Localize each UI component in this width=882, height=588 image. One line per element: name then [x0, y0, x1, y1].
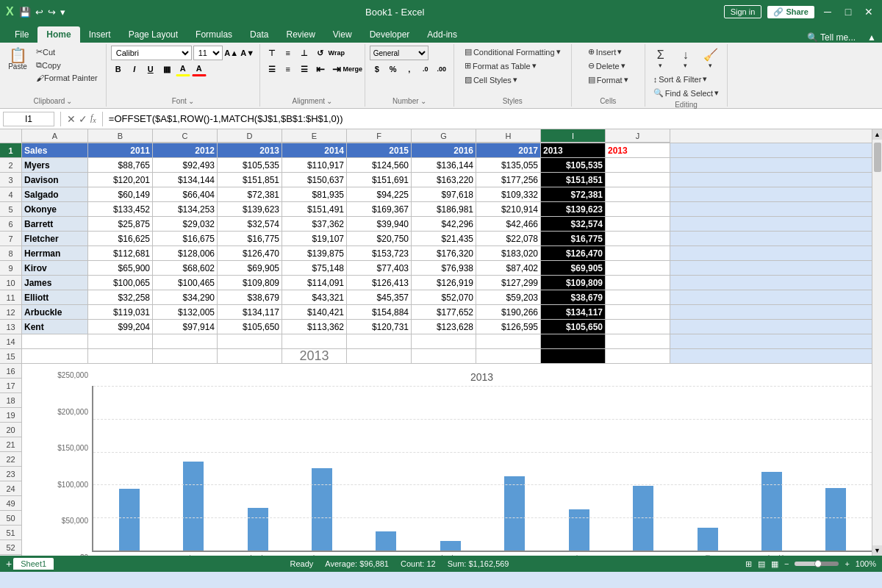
tab-insert[interactable]: Insert — [80, 26, 120, 43]
cell-d2[interactable]: $105,535 — [218, 158, 282, 172]
cell-a7[interactable]: Fletcher — [22, 232, 88, 245]
increase-decimal-button[interactable]: .00 — [434, 62, 449, 76]
cell-e9[interactable]: $75,148 — [282, 261, 347, 275]
cell-f8[interactable]: $153,723 — [347, 246, 412, 260]
minimize-button[interactable]: ─ — [820, 4, 835, 19]
scroll-down-button[interactable]: ▼ — [872, 545, 883, 556]
cell-j1[interactable]: 2013 — [606, 143, 670, 157]
decrease-font-button[interactable]: A▼ — [240, 46, 255, 60]
cell-g11[interactable]: $52,070 — [412, 290, 476, 304]
cell-g2[interactable]: $136,144 — [412, 158, 476, 172]
cell-a6[interactable]: Barrett — [22, 217, 88, 231]
cell-d13[interactable]: $105,650 — [218, 320, 282, 334]
page-layout-view-icon[interactable]: ▤ — [758, 559, 765, 569]
normal-view-icon[interactable]: ⊞ — [745, 559, 752, 569]
paste-button[interactable]: 📋 Paste — [4, 46, 31, 73]
align-bottom-button[interactable]: ⊥ — [297, 46, 312, 60]
currency-button[interactable]: $ — [370, 62, 384, 76]
maximize-button[interactable]: □ — [841, 4, 856, 19]
cell-a10[interactable]: James — [22, 276, 88, 290]
conditional-formatting-button[interactable]: ▤ Conditional Formatting ▾ — [461, 46, 564, 58]
cell-d1[interactable]: 2013 — [218, 143, 282, 157]
vertical-scrollbar[interactable]: ▲ ▼ — [872, 129, 882, 556]
cell-a14[interactable] — [22, 334, 88, 348]
cell-f1[interactable]: 2015 — [347, 143, 412, 157]
row-num-8[interactable]: 8 — [0, 246, 21, 261]
cell-a9[interactable]: Kirov — [22, 261, 88, 275]
cell-a1[interactable]: Sales — [22, 143, 88, 157]
cell-c12[interactable]: $132,005 — [153, 305, 218, 319]
cell-i7[interactable]: $16,775 — [541, 232, 606, 245]
cell-g1[interactable]: 2016 — [412, 143, 476, 157]
cell-c4[interactable]: $66,404 — [153, 187, 218, 201]
cell-e10[interactable]: $114,091 — [282, 276, 347, 290]
col-header-d[interactable]: D — [218, 129, 282, 143]
cell-c15[interactable] — [153, 349, 218, 363]
wrap-text-button[interactable]: Wrap — [329, 46, 344, 60]
tab-data[interactable]: Data — [241, 26, 277, 43]
cell-f12[interactable]: $154,884 — [347, 305, 412, 319]
bold-button[interactable]: B — [111, 62, 126, 76]
cell-i4[interactable]: $72,381 — [541, 187, 606, 201]
col-header-h[interactable]: H — [476, 129, 541, 143]
cell-f3[interactable]: $151,691 — [347, 173, 412, 187]
cell-g8[interactable]: $176,320 — [412, 246, 476, 260]
cell-d11[interactable]: $38,679 — [218, 290, 282, 304]
cell-b4[interactable]: $60,149 — [88, 187, 153, 201]
decrease-indent-button[interactable]: ⇤ — [313, 62, 328, 76]
cell-g9[interactable]: $76,938 — [412, 261, 476, 275]
row-num-16[interactable]: 16 — [0, 364, 21, 379]
col-header-i[interactable]: I — [541, 129, 606, 143]
delete-cells-button[interactable]: ⊖ Delete ▾ — [584, 60, 629, 72]
cell-h4[interactable]: $109,332 — [476, 187, 541, 201]
cell-j15[interactable] — [606, 349, 670, 363]
cell-h5[interactable]: $210,914 — [476, 202, 541, 216]
cell-i3[interactable]: $151,851 — [541, 173, 606, 187]
cell-g6[interactable]: $42,296 — [412, 217, 476, 231]
cell-e4[interactable]: $81,935 — [282, 187, 347, 201]
row-num-24[interactable]: 24 — [0, 481, 21, 496]
cell-c9[interactable]: $68,602 — [153, 261, 218, 275]
cell-e12[interactable]: $140,421 — [282, 305, 347, 319]
row-num-20[interactable]: 20 — [0, 423, 21, 437]
cell-styles-button[interactable]: ▨ Cell Styles ▾ — [461, 74, 521, 86]
cell-j4[interactable] — [606, 187, 670, 201]
cell-a5[interactable]: Okonye — [22, 202, 88, 216]
cell-e11[interactable]: $43,321 — [282, 290, 347, 304]
scroll-thumb[interactable] — [874, 143, 881, 172]
copy-button[interactable]: ⧉ Copy — [32, 59, 101, 71]
cell-a13[interactable]: Kent — [22, 320, 88, 334]
close-button[interactable]: ✕ — [861, 4, 876, 19]
tab-page-layout[interactable]: Page Layout — [120, 26, 187, 43]
cell-d14[interactable] — [218, 334, 282, 348]
cell-c3[interactable]: $134,144 — [153, 173, 218, 187]
cell-d6[interactable]: $32,574 — [218, 217, 282, 231]
cell-h7[interactable]: $22,078 — [476, 232, 541, 245]
cell-j13[interactable] — [606, 320, 670, 334]
row-num-49[interactable]: 49 — [0, 496, 21, 511]
cell-i12[interactable]: $134,117 — [541, 305, 606, 319]
cell-a3[interactable]: Davison — [22, 173, 88, 187]
cell-h1[interactable]: 2017 — [476, 143, 541, 157]
format-cells-button[interactable]: ▤ Format ▾ — [584, 74, 632, 86]
cell-b1[interactable]: 2011 — [88, 143, 153, 157]
text-direction-button[interactable]: ↺ — [313, 46, 328, 60]
row-num-18[interactable]: 18 — [0, 393, 21, 408]
add-sheet-button[interactable]: + — [6, 558, 12, 570]
zoom-in-icon[interactable]: + — [845, 559, 849, 568]
zoom-thumb[interactable] — [814, 560, 822, 567]
cell-e15[interactable]: 2013 — [282, 349, 347, 363]
row-num-51[interactable]: 51 — [0, 526, 21, 540]
row-num-14[interactable]: 14 — [0, 334, 21, 349]
find-select-button[interactable]: 🔍 Find & Select ▾ — [650, 87, 723, 99]
cell-b10[interactable]: $100,065 — [88, 276, 153, 290]
cell-e14[interactable] — [282, 334, 347, 348]
cell-b9[interactable]: $65,900 — [88, 261, 153, 275]
cell-b14[interactable] — [88, 334, 153, 348]
row-num-21[interactable]: 21 — [0, 437, 21, 452]
cell-d7[interactable]: $16,775 — [218, 232, 282, 245]
increase-indent-button[interactable]: ⇥ — [329, 62, 344, 76]
cell-f13[interactable]: $120,731 — [347, 320, 412, 334]
cell-g15[interactable] — [412, 349, 476, 363]
cell-h15[interactable] — [476, 349, 541, 363]
